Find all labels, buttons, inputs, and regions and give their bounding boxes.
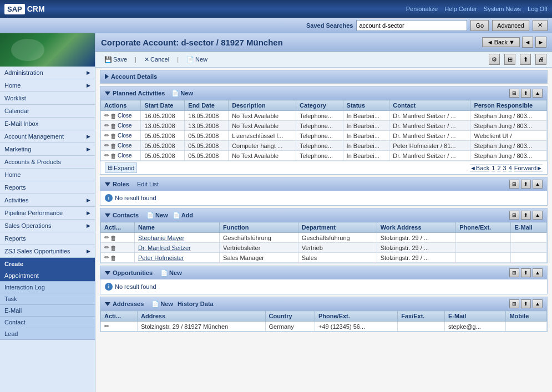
sidebar-create-appointment[interactable]: Appointment xyxy=(0,270,95,282)
addresses-header[interactable]: Addresses 📄 New History Data ⊞ ⬆ ▲ xyxy=(100,297,547,310)
advanced-button[interactable]: Advanced xyxy=(492,20,529,31)
name-cell[interactable]: Dr. Manfred Seitzer xyxy=(135,243,220,253)
sidebar-item-pipeline[interactable]: Pipeline Performance ▶ xyxy=(0,207,95,220)
sidebar-item-accounts-products[interactable]: Accounts & Products xyxy=(0,156,95,169)
pencil-icon[interactable]: ✏ xyxy=(104,132,109,139)
expand-icon xyxy=(105,302,110,306)
pencil-icon[interactable]: ✏ xyxy=(104,152,109,159)
sidebar-item-account-management[interactable]: Account Management ▶ xyxy=(0,130,95,143)
roles-settings-btn[interactable]: ⊞ xyxy=(509,180,519,189)
sidebar-create-task[interactable]: Task xyxy=(0,293,95,305)
close-link[interactable]: Close xyxy=(118,152,132,159)
opp-export-btn[interactable]: ⬆ xyxy=(521,268,531,277)
sidebar-item-home[interactable]: Home ▶ xyxy=(0,79,95,92)
pencil-icon[interactable]: ✏ xyxy=(104,323,109,330)
go-button[interactable]: Go xyxy=(470,20,489,31)
addresses-history-btn[interactable]: History Data xyxy=(178,301,214,307)
sidebar-item-calendar[interactable]: Calendar xyxy=(0,105,95,118)
sidebar-create-lead[interactable]: Lead xyxy=(0,328,95,340)
trash-icon[interactable]: 🗑 xyxy=(110,245,117,251)
trash-icon[interactable]: 🗑 xyxy=(110,152,117,159)
sidebar-create-email[interactable]: E-Mail xyxy=(0,305,95,317)
sidebar-item-activities[interactable]: Activities ▶ xyxy=(0,194,95,207)
save-button[interactable]: 💾 Save xyxy=(101,55,130,64)
trash-icon[interactable]: 🗑 xyxy=(110,123,117,129)
personalize-link[interactable]: Personalize xyxy=(406,6,438,12)
opportunities-new-btn[interactable]: 📄 New xyxy=(160,269,182,277)
contacts-new-btn[interactable]: 📄 New xyxy=(146,212,168,219)
back-button[interactable]: ◄ Back ▼ xyxy=(482,37,520,47)
help-center-link[interactable]: Help Center xyxy=(444,6,477,12)
sidebar-item-reports1[interactable]: Reports xyxy=(0,181,95,194)
back-page-link[interactable]: ◄Back xyxy=(470,165,489,171)
page-1-link[interactable]: 1 xyxy=(492,165,495,171)
planned-activities-header[interactable]: Planned Activities 📄 New ⊞ ⬆ ▲ xyxy=(100,86,547,100)
settings-icon-button[interactable]: ⚙ xyxy=(489,54,500,65)
pa-collapse-btn[interactable]: ▲ xyxy=(533,89,543,98)
new-button[interactable]: 📄 New xyxy=(183,55,211,64)
contacts-settings-btn[interactable]: ⊞ xyxy=(509,211,519,220)
pencil-icon[interactable]: ✏ xyxy=(104,112,109,119)
trash-icon[interactable]: 🗑 xyxy=(110,235,117,241)
pencil-icon[interactable]: ✏ xyxy=(104,122,109,129)
pencil-icon[interactable]: ✏ xyxy=(104,142,109,149)
sidebar-item-worklist[interactable]: Worklist xyxy=(0,92,95,105)
roles-collapse-btn[interactable]: ▲ xyxy=(533,180,543,189)
page-2-link[interactable]: 2 xyxy=(497,165,500,171)
export-icon-button[interactable]: ⬆ xyxy=(520,54,531,65)
pencil-icon[interactable]: ✏ xyxy=(104,254,109,261)
name-cell[interactable]: Stephanie Mayer xyxy=(135,233,220,243)
sidebar-item-reports2[interactable]: Reports xyxy=(0,232,95,245)
cancel-button[interactable]: ✕ Cancel xyxy=(141,55,173,64)
pa-export-btn[interactable]: ⬆ xyxy=(521,89,531,98)
system-news-link[interactable]: System News xyxy=(484,6,521,12)
opp-collapse-btn[interactable]: ▲ xyxy=(533,268,543,277)
contacts-header[interactable]: Contacts 📄 New 📄 Add ⊞ ⬆ ▲ xyxy=(100,208,547,222)
page-4-link[interactable]: 4 xyxy=(509,165,512,171)
trash-icon[interactable]: 🗑 xyxy=(110,142,117,149)
pencil-icon[interactable]: ✏ xyxy=(104,234,109,241)
addr-settings-btn[interactable]: ⊞ xyxy=(509,299,519,308)
addr-collapse-btn[interactable]: ▲ xyxy=(533,299,543,308)
opp-settings-btn[interactable]: ⊞ xyxy=(509,268,519,277)
contacts-export-btn[interactable]: ⬆ xyxy=(521,211,531,220)
search-close-button[interactable]: ✕ xyxy=(533,20,548,31)
addresses-new-btn[interactable]: 📄 New xyxy=(151,301,173,308)
planned-activities-new-btn[interactable]: 📄 New xyxy=(171,90,193,97)
sidebar-item-sales-ops[interactable]: Sales Operations ▶ xyxy=(0,220,95,232)
edit-list-btn[interactable]: Edit List xyxy=(137,181,159,187)
search-input[interactable] xyxy=(356,20,467,31)
nav-prev-button[interactable]: ◄ xyxy=(522,37,533,48)
name-cell[interactable]: Peter Hofmeister xyxy=(135,253,220,263)
pencil-icon[interactable]: ✏ xyxy=(104,244,109,251)
opportunities-header[interactable]: Opportunities 📄 New ⊞ ⬆ ▲ xyxy=(100,266,547,279)
page-3-link[interactable]: 3 xyxy=(503,165,507,171)
roles-export-btn[interactable]: ⬆ xyxy=(521,180,531,189)
trash-icon[interactable]: 🗑 xyxy=(110,113,117,119)
close-link[interactable]: Close xyxy=(118,133,132,139)
nav-next-button[interactable]: ► xyxy=(535,37,546,48)
trash-icon[interactable]: 🗑 xyxy=(110,254,117,261)
account-details-header[interactable]: Account Details xyxy=(100,70,547,83)
addr-export-btn[interactable]: ⬆ xyxy=(521,299,531,308)
roles-header[interactable]: Roles Edit List ⊞ ⬆ ▲ xyxy=(100,177,547,191)
sidebar-item-email-inbox[interactable]: E-Mail Inbox xyxy=(0,118,95,130)
sidebar-item-marketing[interactable]: Marketing ▶ xyxy=(0,143,95,156)
close-link[interactable]: Close xyxy=(118,142,132,149)
sidebar-create-interaction-log[interactable]: Interaction Log xyxy=(0,282,95,293)
layout-icon-button[interactable]: ⊞ xyxy=(504,54,515,65)
trash-icon[interactable]: 🗑 xyxy=(110,133,117,139)
log-off-link[interactable]: Log Off xyxy=(528,6,548,12)
sidebar-item-zsj[interactable]: ZSJ Sales Opportunities ▶ xyxy=(0,245,95,258)
contacts-collapse-btn[interactable]: ▲ xyxy=(533,211,543,220)
contacts-add-btn[interactable]: 📄 Add xyxy=(173,212,193,219)
sidebar-create-contact[interactable]: Contact xyxy=(0,317,95,328)
expand-button[interactable]: ⊞ Expand xyxy=(105,162,137,173)
close-link[interactable]: Close xyxy=(118,123,132,129)
sidebar-item-home2[interactable]: Home xyxy=(0,169,95,181)
pa-settings-btn[interactable]: ⊞ xyxy=(509,89,519,98)
print-icon-button[interactable]: 🖨 xyxy=(535,54,546,65)
forward-page-link[interactable]: Forward► xyxy=(514,165,543,171)
close-link[interactable]: Close xyxy=(118,113,132,119)
sidebar-item-administration[interactable]: Administration ▶ xyxy=(0,67,95,79)
